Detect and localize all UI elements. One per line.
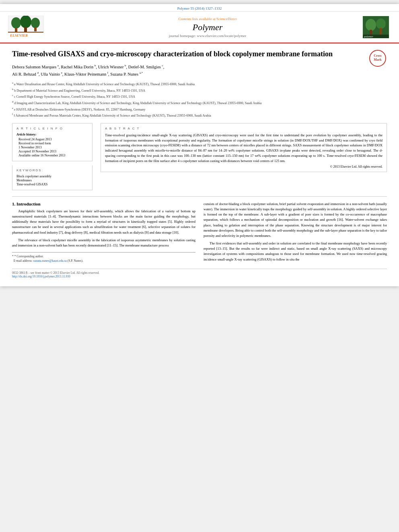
citation-ribbon: Polymer 55 (2014) 1327–1332 — [0, 4, 399, 12]
affiliation-e: e e HASYLAB at Deutsches Elektronen-Sync… — [12, 106, 387, 112]
polymer-logo-image: polymer — [363, 16, 389, 38]
footnote-corresponding: * * Corresponding author. — [12, 255, 195, 259]
revised-date: 1 November 2013 — [16, 146, 88, 149]
keywords-heading: Keywords: — [16, 168, 88, 172]
email-link: suzana.nunes@kaust.edu.sa — [33, 259, 67, 263]
intro-right-column: consists of doctor-blading a block copol… — [204, 201, 387, 265]
affiliation-b: b b Department of Material Science and E… — [12, 87, 387, 93]
svg-rect-2 — [15, 28, 17, 32]
svg-point-10 — [366, 19, 376, 31]
svg-rect-11 — [370, 30, 372, 35]
info-abstract-row: A R T I C L E I N F O Article history: R… — [12, 123, 387, 190]
section-title-text: Introduction — [16, 201, 41, 206]
svg-text:ELSEVIER: ELSEVIER — [10, 33, 28, 37]
issn-text: 0032-3861/$ – see front matter © 2013 El… — [12, 271, 99, 275]
revised-label: Received in revised form — [16, 142, 88, 145]
intro-paragraph-2: The relevance of block copolymer micelle… — [12, 238, 195, 248]
svg-text:polymer: polymer — [364, 35, 373, 38]
abstract-heading: A B S T R A C T — [105, 127, 383, 130]
intro-paragraph-1: Amphiphilic block copolymers are known f… — [12, 209, 195, 235]
abstract-box: A B S T R A C T Time-resolved grazing-in… — [101, 123, 387, 173]
article-info-heading: A R T I C L E I N F O — [16, 127, 88, 130]
keyword-2: Membranes — [16, 179, 88, 182]
crossmark-svg: Cross Mark — [369, 49, 387, 68]
keyword-3: Time-resolved GISAXS — [16, 183, 88, 186]
intro-section-title: 1. Introduction — [12, 201, 195, 206]
section-number: 1. — [12, 201, 15, 206]
introduction-section: 1. Introduction Amphiphilic block copoly… — [12, 201, 387, 265]
crossmark-logo: Cross Mark — [369, 49, 387, 68]
intro-left-column: 1. Introduction Amphiphilic block copoly… — [12, 201, 195, 265]
available-date: Available online 16 November 2013 — [16, 154, 88, 157]
accepted-date: Accepted 10 November 2013 — [16, 150, 88, 153]
page: Polymer 55 (2014) 1327–1332 ELSEVIER — [0, 4, 399, 286]
elsevier-logo: ELSEVIER — [8, 16, 44, 39]
section-divider — [12, 196, 387, 197]
affiliation-d: d d Imaging and Characterization Lab, Ki… — [12, 100, 387, 106]
affiliation-f: f f Advanced Membrane and Porous Materia… — [12, 112, 387, 118]
abstract-column: A B S T R A C T Time-resolved grazing-in… — [101, 123, 387, 190]
journal-homepage: journal homepage: www.elsevier.com/locat… — [52, 34, 363, 38]
history-label: Article history: — [16, 133, 88, 136]
polymer-logo-svg: polymer — [363, 16, 389, 38]
journal-center: Contents lists available at ScienceDirec… — [52, 17, 363, 38]
received-date: Received 24 August 2013 — [16, 138, 88, 141]
svg-text:Cross: Cross — [374, 54, 381, 58]
sciencedirect-text: Contents lists available at ScienceDirec… — [52, 17, 363, 21]
affiliation-c: c c Cornell High Energy Synchrotron Sour… — [12, 93, 387, 99]
affiliation-a: a a Water Desalination and Reuse Center,… — [12, 81, 387, 87]
authors-line: Debora Salomon Marques a, Rachel Mika Do… — [12, 64, 387, 78]
svg-rect-4 — [24, 27, 27, 32]
citation-text: Polymer 55 (2014) 1327–1332 — [177, 6, 222, 10]
journal-header: ELSEVIER Contents lists available at Sci… — [0, 12, 399, 43]
svg-rect-13 — [380, 28, 382, 35]
abstract-copyright: © 2013 Elsevier Ltd. All rights reserved… — [105, 165, 383, 168]
svg-rect-6 — [34, 27, 37, 31]
keyword-1: Block copolymer assembly — [16, 175, 88, 178]
abstract-text: Time-resolved grazing-incidence small-an… — [105, 133, 383, 164]
doi-link[interactable]: http://dx.doi.org/10.1016/j.polymer.2013… — [12, 275, 70, 278]
main-content: Time-resolved GISAXS and cryo-microscopy… — [0, 43, 399, 286]
footnote-area: * * Corresponding author. E-mail address… — [12, 252, 195, 263]
sciencedirect-brand: ScienceDirect — [216, 17, 237, 21]
svg-point-5 — [31, 18, 40, 28]
journal-logo-box: polymer — [363, 16, 391, 38]
affiliations: a a Water Desalination and Reuse Center,… — [12, 81, 387, 118]
article-info-box: A R T I C L E I N F O Article history: R… — [12, 123, 93, 161]
intro-right-paragraph-1: consists of doctor-blading a block copol… — [204, 201, 387, 238]
article-title: Time-resolved GISAXS and cryo-microscopy… — [12, 49, 387, 59]
journal-title-header: Polymer — [52, 22, 363, 33]
bottom-bar: 0032-3861/$ – see front matter © 2013 El… — [12, 269, 387, 278]
svg-point-12 — [376, 18, 386, 29]
keywords-box: Keywords: Block copolymer assembly Membr… — [12, 165, 93, 190]
svg-text:Mark: Mark — [374, 58, 382, 62]
article-info-column: A R T I C L E I N F O Article history: R… — [12, 123, 93, 190]
elsevier-svg-logo: ELSEVIER — [8, 16, 44, 38]
svg-rect-7 — [8, 32, 43, 33]
footnote-email: E-mail address: suzana.nunes@kaust.edu.s… — [12, 259, 195, 263]
intro-right-paragraph-2: The first evidences that self-assembly a… — [204, 241, 387, 262]
svg-point-1 — [11, 17, 21, 29]
svg-point-3 — [20, 16, 31, 28]
article-title-text: Time-resolved GISAXS and cryo-microscopy… — [12, 50, 333, 58]
